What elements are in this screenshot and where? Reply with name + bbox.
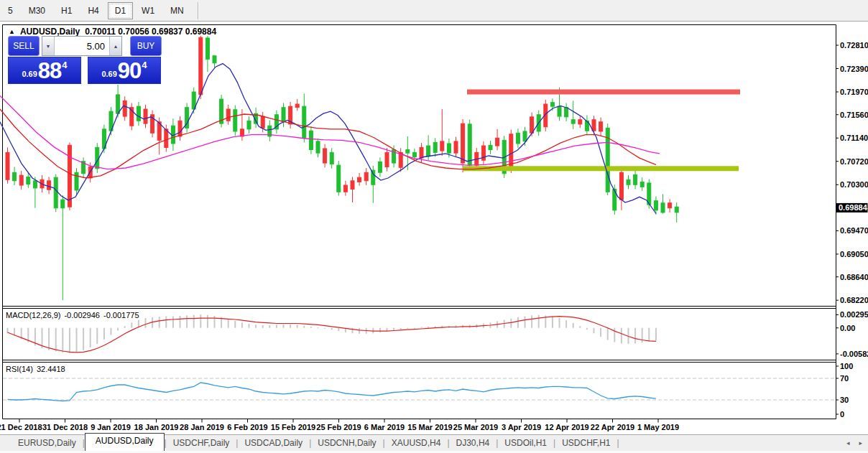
svg-text:6 Feb 2019: 6 Feb 2019 (227, 423, 267, 431)
collapse-arrow-icon[interactable]: ▲ (9, 29, 15, 35)
svg-text:25 Mar 2019: 25 Mar 2019 (453, 423, 498, 431)
svg-text:1 May 2019: 1 May 2019 (637, 423, 679, 431)
hline-support[interactable] (463, 166, 739, 171)
svg-text:0: 0 (840, 410, 844, 419)
svg-text:0.71970: 0.71970 (840, 88, 868, 96)
ask-price-box[interactable]: 0.69 90 4 (88, 57, 161, 84)
svg-text:0.70300: 0.70300 (840, 180, 868, 189)
svg-text:25 Feb 2019: 25 Feb 2019 (316, 423, 361, 431)
bid-price-prefix: 0.69 (22, 70, 37, 78)
sell-button[interactable]: SELL (8, 36, 40, 56)
svg-text:31 Dec 2018: 31 Dec 2018 (42, 423, 88, 431)
svg-text:21 Dec 2018: 21 Dec 2018 (0, 423, 42, 431)
svg-text:0.69470: 0.69470 (840, 226, 868, 235)
svg-text:9 Jan 2019: 9 Jan 2019 (91, 423, 131, 431)
time-axis: 21 Dec 201831 Dec 20189 Jan 201918 Jan 2… (0, 419, 679, 432)
chart-title: ▲ AUDUSD,Daily 0.70011 0.70056 0.69837 0… (9, 27, 216, 37)
buy-button[interactable]: BUY (130, 36, 162, 56)
svg-text:0.72810: 0.72810 (840, 41, 868, 50)
hline-resistance[interactable] (467, 90, 740, 95)
svg-text:100: 100 (840, 362, 853, 370)
svg-text:70: 70 (840, 374, 849, 383)
svg-text:18 Jan 2019: 18 Jan 2019 (134, 423, 179, 431)
volume-input[interactable]: 5.00 (55, 37, 109, 55)
price-axis: 0.728100.723900.719700.715600.711400.707… (836, 41, 868, 419)
bid-price-pip: 4 (62, 60, 67, 70)
ask-price-prefix: 0.69 (101, 70, 116, 78)
svg-text:6 Mar 2019: 6 Mar 2019 (364, 423, 405, 431)
volume-stepper: ▼ 5.00 ▲ (42, 36, 122, 56)
svg-text:0.69884: 0.69884 (839, 203, 868, 212)
svg-text:0.70720: 0.70720 (840, 157, 868, 166)
ask-price-big: 90 (118, 60, 141, 81)
svg-text:28 Jan 2019: 28 Jan 2019 (180, 423, 224, 431)
svg-text:0.68220: 0.68220 (840, 296, 868, 304)
svg-text:0.69050: 0.69050 (840, 250, 868, 258)
svg-text:15 Feb 2019: 15 Feb 2019 (271, 423, 315, 431)
svg-text:15 Mar 2019: 15 Mar 2019 (407, 423, 452, 431)
bid-price-big: 88 (38, 60, 61, 81)
ask-price-pip: 4 (142, 60, 147, 70)
ohlc-values: 0.70011 0.70056 0.69837 0.69884 (85, 27, 216, 37)
one-click-trade-panel: SELL ▼ 5.00 ▲ BUY 0.69 88 4 0.69 90 4 (8, 36, 162, 84)
macd-signal-value: -0.001775 (103, 311, 139, 319)
macd-main-value: -0.002946 (64, 311, 100, 319)
rsi-name: RSI(14) (6, 365, 33, 373)
macd-panel (7, 314, 657, 352)
svg-text:0.71140: 0.71140 (840, 134, 868, 142)
macd-name: MACD(12,26,9) (6, 311, 60, 319)
svg-text:22 Apr 2019: 22 Apr 2019 (591, 423, 634, 431)
rsi-value: 32.4418 (37, 365, 65, 373)
volume-decrease-icon[interactable]: ▼ (42, 37, 55, 55)
rsi-indicator-label: RSI(14) 32.4418 (6, 365, 65, 373)
svg-text:0.002957: 0.002957 (840, 310, 868, 319)
svg-text:30: 30 (840, 396, 849, 404)
svg-text:12 Apr 2019: 12 Apr 2019 (545, 423, 588, 431)
macd-indicator-label: MACD(12,26,9) -0.002946 -0.001775 (6, 311, 139, 319)
svg-text:3 Apr 2019: 3 Apr 2019 (502, 423, 541, 431)
svg-text:0.71560: 0.71560 (840, 111, 868, 119)
svg-text:0.72390: 0.72390 (840, 65, 868, 73)
svg-text:-0.005825: -0.005825 (840, 350, 868, 358)
svg-text:0.00: 0.00 (840, 324, 855, 332)
rsi-panel (3, 378, 835, 401)
bid-price-box[interactable]: 0.69 88 4 (8, 57, 81, 84)
trading-terminal-window: { "toolbar": { "timeframes": [ {"label":… (0, 0, 868, 453)
symbol-period-label: AUDUSD,Daily (20, 27, 80, 37)
ma-fast (0, 64, 656, 214)
svg-text:0.68640: 0.68640 (840, 273, 868, 281)
ma-layer (0, 64, 660, 214)
volume-increase-icon[interactable]: ▲ (109, 37, 121, 55)
